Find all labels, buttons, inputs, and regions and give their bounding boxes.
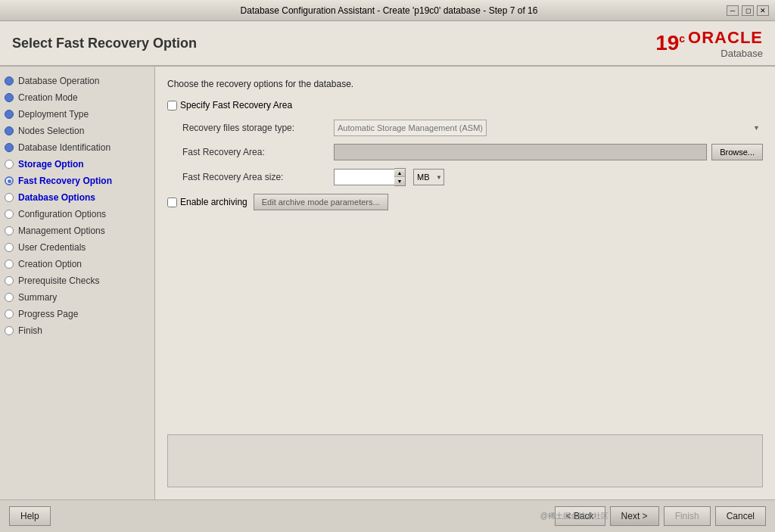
- sidebar-item-configuration-options[interactable]: Configuration Options: [0, 206, 154, 222]
- archive-row: Enable archiving Edit archive mode param…: [167, 194, 763, 210]
- step-dot: [5, 310, 14, 319]
- sidebar-label: Database Options: [18, 192, 95, 203]
- recovery-files-control: Automatic Storage Management (ASM): [334, 120, 763, 136]
- step-dot: [5, 193, 14, 202]
- step-dot: [5, 160, 14, 169]
- bottom-bar: Help @稀土掘金技术社区 < Back Next > Finish Canc…: [0, 499, 775, 532]
- recovery-files-select[interactable]: Automatic Storage Management (ASM): [334, 120, 487, 136]
- sidebar-label: Deployment Type: [18, 109, 89, 120]
- form-section: Specify Fast Recovery Area Recovery file…: [167, 100, 763, 210]
- fast-recovery-area-control: +OCR Browse...: [334, 144, 763, 160]
- page-title: Select Fast Recovery Option: [12, 36, 197, 51]
- step-dot: [5, 210, 14, 219]
- sidebar-label: Storage Option: [18, 159, 84, 170]
- sidebar-item-creation-option[interactable]: Creation Option: [0, 256, 154, 272]
- fast-recovery-size-control: 10794 ▲ ▼ MB GB TB: [334, 168, 763, 186]
- step-dot: [5, 110, 14, 119]
- title-bar-text: Database Configuration Assistant - Creat…: [51, 5, 727, 16]
- finish-button[interactable]: Finish: [664, 506, 711, 526]
- recovery-files-select-wrapper: Automatic Storage Management (ASM): [334, 120, 763, 136]
- sidebar-label: Fast Recovery Option: [18, 176, 112, 186]
- sidebar-label: Configuration Options: [18, 209, 106, 219]
- spinner-up-button[interactable]: ▲: [394, 169, 405, 177]
- fast-recovery-area-row: Fast Recovery Area: +OCR Browse...: [182, 144, 763, 160]
- specify-fra-checkbox[interactable]: [167, 101, 177, 110]
- content-area: Database Operation Creation Mode Deploym…: [0, 67, 775, 499]
- sidebar-item-deployment-type[interactable]: Deployment Type: [0, 106, 154, 123]
- cancel-button[interactable]: Cancel: [715, 506, 766, 526]
- sidebar-item-prerequisite-checks[interactable]: Prerequisite Checks: [0, 272, 154, 289]
- step-dot: [5, 276, 14, 285]
- oracle-version: 19c: [655, 31, 685, 55]
- oracle-logo: 19c ORACLE Database: [655, 28, 763, 59]
- restore-button[interactable]: ◻: [742, 5, 754, 16]
- sidebar-item-nodes-selection[interactable]: Nodes Selection: [0, 123, 154, 139]
- specify-fra-text: Specify Fast Recovery Area: [180, 100, 292, 110]
- oracle-brand: ORACLE: [688, 28, 763, 47]
- sidebar-label: Prerequisite Checks: [18, 275, 99, 286]
- sidebar-label: Progress Page: [18, 309, 78, 319]
- sidebar-label: Database Operation: [18, 76, 99, 86]
- fast-recovery-size-row: Fast Recovery Area size: 10794 ▲ ▼ MB: [182, 168, 763, 186]
- enable-archiving-label[interactable]: Enable archiving: [167, 197, 247, 207]
- step-dot: [5, 243, 14, 252]
- sidebar-item-storage-option[interactable]: Storage Option: [0, 156, 154, 173]
- unit-select[interactable]: MB GB TB: [413, 169, 444, 185]
- bottom-left: Help: [9, 506, 51, 526]
- step-dot: [5, 143, 14, 152]
- sidebar-label: Creation Option: [18, 259, 82, 269]
- unit-select-wrapper: MB GB TB: [413, 169, 444, 185]
- title-bar-buttons: ─ ◻ ✕: [727, 5, 769, 16]
- info-box: [167, 434, 763, 487]
- sidebar-item-database-options[interactable]: Database Options: [0, 189, 154, 206]
- sidebar-item-database-identification[interactable]: Database Identification: [0, 139, 154, 156]
- main-panel: Choose the recovery options for the data…: [155, 67, 775, 499]
- sidebar-label: Creation Mode: [18, 92, 78, 103]
- sidebar-item-creation-mode[interactable]: Creation Mode: [0, 89, 154, 106]
- step-dot: [5, 126, 14, 135]
- step-dot: [5, 293, 14, 302]
- sidebar-item-user-credentials[interactable]: User Credentials: [0, 239, 154, 256]
- enable-archiving-text: Enable archiving: [180, 197, 247, 207]
- spinner-down-button[interactable]: ▼: [394, 177, 405, 185]
- fast-recovery-area-label: Fast Recovery Area:: [182, 147, 334, 157]
- size-spinner: 10794 ▲ ▼: [334, 168, 406, 186]
- browse-button[interactable]: Browse...: [711, 144, 763, 160]
- step-dot: [5, 226, 14, 235]
- oracle-product: Database: [688, 48, 763, 59]
- sidebar-label: Finish: [18, 325, 42, 336]
- sidebar-item-management-options[interactable]: Management Options: [0, 222, 154, 239]
- fast-recovery-size-label: Fast Recovery Area size:: [182, 172, 334, 182]
- header: Select Fast Recovery Option 19c ORACLE D…: [0, 21, 775, 67]
- step-dot: [5, 76, 14, 86]
- size-input[interactable]: 10794: [334, 169, 394, 185]
- help-button[interactable]: Help: [9, 506, 51, 526]
- fast-recovery-area-input[interactable]: +OCR: [334, 144, 707, 160]
- next-button[interactable]: Next >: [610, 506, 659, 526]
- sidebar-item-summary[interactable]: Summary: [0, 289, 154, 306]
- sidebar-item-fast-recovery-option[interactable]: Fast Recovery Option: [0, 173, 154, 189]
- sidebar-label: Database Identification: [18, 142, 110, 153]
- watermark: @稀土掘金技术社区: [540, 511, 608, 521]
- sidebar-label: User Credentials: [18, 242, 86, 253]
- edit-archive-button[interactable]: Edit archive mode parameters...: [254, 194, 388, 210]
- sidebar-item-progress-page[interactable]: Progress Page: [0, 306, 154, 322]
- step-dot: [5, 93, 14, 102]
- main-window: Select Fast Recovery Option 19c ORACLE D…: [0, 21, 775, 532]
- step-dot: [5, 326, 14, 335]
- sidebar-label: Summary: [18, 292, 57, 303]
- close-button[interactable]: ✕: [757, 5, 769, 16]
- specify-fra-label[interactable]: Specify Fast Recovery Area: [167, 100, 763, 110]
- minimize-button[interactable]: ─: [727, 5, 739, 16]
- step-dot: [5, 176, 14, 185]
- step-dot: [5, 260, 14, 269]
- recovery-files-row: Recovery files storage type: Automatic S…: [182, 120, 763, 136]
- spinner-buttons: ▲ ▼: [394, 168, 406, 186]
- enable-archiving-checkbox[interactable]: [167, 198, 177, 207]
- title-bar: Database Configuration Assistant - Creat…: [0, 0, 775, 21]
- sidebar-label: Nodes Selection: [18, 126, 84, 136]
- sidebar-label: Management Options: [18, 226, 105, 236]
- sidebar: Database Operation Creation Mode Deploym…: [0, 67, 155, 499]
- sidebar-item-finish[interactable]: Finish: [0, 322, 154, 339]
- sidebar-item-database-operation[interactable]: Database Operation: [0, 73, 154, 89]
